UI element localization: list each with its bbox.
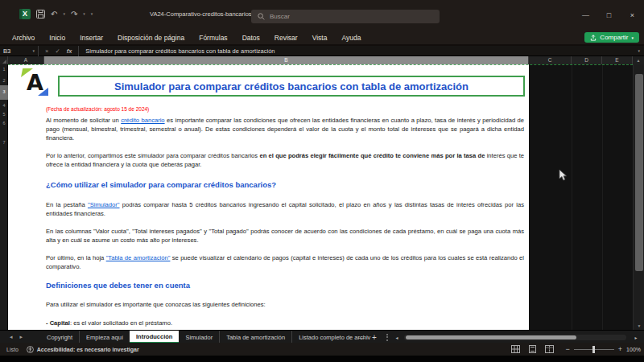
zoom-out-icon[interactable]: − bbox=[566, 345, 570, 353]
column-header-c[interactable]: C bbox=[529, 56, 572, 64]
zoom-slider-thumb[interactable] bbox=[592, 346, 595, 353]
minimize-button[interactable]: — bbox=[574, 6, 597, 24]
credito-bancario-link[interactable]: crédito bancario bbox=[121, 117, 164, 124]
paragraph-definiciones-intro: Para utilizar el simulador es importante… bbox=[46, 300, 524, 309]
customize-toolbar-icon[interactable]: ▾ bbox=[91, 9, 93, 19]
normal-view-icon[interactable] bbox=[511, 345, 520, 353]
save-icon[interactable] bbox=[36, 10, 45, 19]
paragraph-pestana: En la pestaña "Simulador" podrás compara… bbox=[46, 200, 524, 218]
expand-formula-bar-icon[interactable]: ▾ bbox=[638, 48, 644, 53]
ribbon-tab-disposicion[interactable]: Disposición de página bbox=[110, 34, 192, 42]
tabla-amortizacion-link[interactable]: "Tabla de amortización" bbox=[106, 254, 171, 261]
ribbon-tab-vista[interactable]: Vista bbox=[305, 34, 335, 42]
empty-cells-area bbox=[529, 64, 633, 330]
vertical-scrollbar[interactable]: ▼ bbox=[633, 64, 644, 330]
ribbon-tab-ayuda[interactable]: Ayuda bbox=[334, 34, 368, 42]
new-sheet-button[interactable]: + bbox=[369, 331, 380, 343]
maximize-button[interactable]: □ bbox=[597, 6, 621, 24]
scroll-down-icon[interactable]: ▼ bbox=[634, 323, 644, 328]
status-right: − + 100% bbox=[511, 343, 641, 356]
ribbon-tab-insertar[interactable]: Insertar bbox=[72, 34, 110, 42]
excel-app-icon[interactable]: X bbox=[19, 9, 31, 19]
sheet-tab-introduccion-active[interactable]: Introducción bbox=[130, 331, 179, 343]
zoom-in-icon[interactable]: + bbox=[618, 345, 622, 353]
share-dropdown-icon: ▾ bbox=[631, 35, 634, 40]
redo-icon[interactable]: ↷ bbox=[71, 9, 77, 19]
scroll-up-icon[interactable]: ▲ bbox=[633, 56, 644, 64]
horizontal-scrollbar-thumb[interactable] bbox=[406, 335, 576, 339]
sheet-tab-simulador[interactable]: Simulador bbox=[179, 331, 219, 343]
page-layout-view-icon[interactable] bbox=[528, 345, 537, 353]
share-icon bbox=[590, 35, 597, 41]
tab-overflow-dash: — bbox=[357, 331, 366, 343]
p2-text: Por lo anterior, compartimos este simula… bbox=[46, 152, 259, 159]
row-header-1[interactable]: 1 bbox=[0, 67, 8, 72]
row-header-7[interactable]: 7 bbox=[0, 140, 8, 145]
scroll-right-icon[interactable]: ▸ bbox=[631, 331, 641, 343]
ribbon-tab-formulas[interactable]: Fórmulas bbox=[192, 34, 234, 42]
zoom-slider[interactable] bbox=[574, 349, 614, 350]
row-header-6[interactable]: 6 bbox=[0, 121, 8, 125]
page-break-view-icon[interactable] bbox=[545, 345, 554, 353]
share-button-label: Compartir bbox=[600, 34, 628, 41]
row-header-5[interactable]: 5 bbox=[0, 112, 8, 117]
name-box-dropdown-icon[interactable]: ▾ bbox=[32, 48, 35, 53]
logo-letter: A bbox=[27, 70, 43, 95]
p1-text: Al momento de solicitar un bbox=[46, 117, 121, 124]
select-all-corner[interactable] bbox=[0, 56, 8, 64]
share-button[interactable]: Compartir ▾ bbox=[584, 32, 639, 43]
row-header-2[interactable]: 2 bbox=[0, 78, 8, 83]
ribbon-tab-revisar[interactable]: Revisar bbox=[267, 34, 305, 42]
worksheet-area: 1 2 3 4 5 6 7 A Simulador para comparar … bbox=[0, 64, 644, 330]
name-box[interactable]: B3 ▾ bbox=[0, 46, 39, 56]
heading-como-utilizar: ¿Cómo utilizar el simulador para compara… bbox=[46, 180, 524, 189]
formula-content[interactable]: Simulador para comparar créditos bancari… bbox=[79, 47, 638, 55]
column-header-b-selected[interactable]: B bbox=[44, 56, 529, 64]
column-header-a[interactable]: A bbox=[8, 56, 44, 64]
next-sheet-icon[interactable]: ▸ bbox=[20, 334, 23, 340]
insert-function-icon[interactable]: fx bbox=[67, 47, 72, 55]
ribbon-tab-inicio[interactable]: Inicio bbox=[42, 34, 72, 42]
sheet-tab-tabla-amortizacion[interactable]: Tabla de amortización bbox=[219, 331, 291, 343]
sheet-tab-copyright[interactable]: Copyright bbox=[40, 331, 79, 343]
column-headers: A B C D E bbox=[0, 56, 644, 64]
sheet-content: A Simulador para comparar créditos banca… bbox=[8, 64, 529, 330]
search-icon bbox=[258, 13, 265, 20]
search-input[interactable]: Buscar bbox=[251, 10, 440, 23]
horizontal-scrollbar[interactable] bbox=[404, 335, 626, 340]
status-left: Listo Accesibilidad: es necesario invest… bbox=[6, 343, 139, 356]
cancel-entry-icon[interactable]: × bbox=[45, 47, 48, 55]
undo-dropdown-icon[interactable]: ▾ bbox=[63, 9, 65, 19]
sheet-tab-bar: ◂ ▸ Copyright Empieza aquí Introducción … bbox=[0, 330, 644, 343]
heading-definiciones: Definiciones que debes tener en cuenta bbox=[46, 281, 524, 290]
mouse-cursor bbox=[559, 169, 568, 182]
scroll-left-icon[interactable]: ◂ bbox=[393, 331, 401, 343]
row-header-4[interactable]: 4 bbox=[0, 103, 8, 108]
previous-sheet-icon[interactable]: ◂ bbox=[10, 334, 13, 340]
title-box[interactable]: Simulador para comparar créditos bancari… bbox=[58, 76, 525, 97]
column-header-d[interactable]: D bbox=[572, 56, 602, 64]
undo-icon[interactable]: ↶ bbox=[51, 9, 57, 19]
title-bar: X ↶▾ ↷▾ ▾ VA24-Comparativo-creditos-banc… bbox=[0, 0, 644, 31]
zoom-control: − + 100% bbox=[566, 345, 641, 353]
column-header-e[interactable]: E bbox=[602, 56, 633, 64]
tab-splitter-handle[interactable] bbox=[386, 331, 389, 343]
ribbon-tab-archivo[interactable]: Archivo bbox=[5, 34, 42, 42]
update-date: (Fecha de actualización: agosto 15 de 20… bbox=[46, 106, 149, 112]
sheet-tab-empieza-aqui[interactable]: Empieza aquí bbox=[79, 331, 130, 343]
confirm-entry-icon[interactable]: ✓ bbox=[55, 47, 60, 55]
vertical-scrollbar-thumb[interactable] bbox=[635, 74, 643, 271]
tab-navigation: ◂ ▸ bbox=[10, 331, 23, 343]
accessibility-status[interactable]: Accesibilidad: es necesario investigar bbox=[27, 346, 139, 353]
zoom-level[interactable]: 100% bbox=[626, 347, 641, 352]
formula-bar: B3 ▾ × ✓ fx Simulador para comparar créd… bbox=[0, 46, 644, 56]
ribbon: Archivo Inicio Insertar Disposición de p… bbox=[0, 31, 644, 46]
p2-bold-text: en el que podrás elegir fácilmente qué c… bbox=[259, 152, 485, 159]
redo-dropdown-icon[interactable]: ▾ bbox=[83, 9, 85, 19]
company-logo: A bbox=[21, 68, 50, 96]
ribbon-tab-datos[interactable]: Datos bbox=[235, 34, 267, 42]
simulador-sheet-link[interactable]: "Simulador" bbox=[88, 201, 120, 208]
row-header-3[interactable]: 3 bbox=[0, 89, 8, 94]
ribbon-tabs: Archivo Inicio Insertar Disposición de p… bbox=[5, 31, 368, 44]
close-button[interactable]: × bbox=[621, 6, 644, 24]
